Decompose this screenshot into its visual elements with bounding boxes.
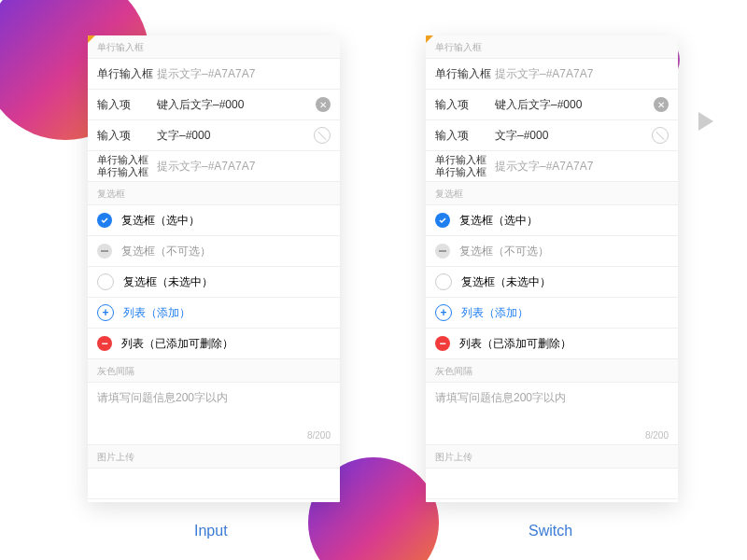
input-label: 单行输入框 xyxy=(97,67,157,80)
checkbox-disabled-icon xyxy=(97,244,112,259)
textarea-placeholder: 请填写问题信息200字以内 xyxy=(435,390,669,406)
checkbox-checked-icon xyxy=(97,213,112,228)
input-label: 单行输入框 xyxy=(435,67,495,80)
input-row-single[interactable]: 单行输入框 提示文字–#A7A7A7 xyxy=(426,59,678,90)
minus-icon: − xyxy=(97,336,112,351)
list-row-add[interactable]: + 列表（添加） xyxy=(426,298,678,329)
input-row-typed[interactable]: 输入项 键入后文字–#000 ✕ xyxy=(88,90,340,120)
input-placeholder: 提示文字–#A7A7A7 xyxy=(157,66,331,82)
checkbox-row-unchecked[interactable]: 复选框（未选中） xyxy=(88,267,340,298)
checkbox-label: 复选框（未选中） xyxy=(461,274,551,290)
section-title-upload: 图片上传 xyxy=(88,445,340,469)
list-label: 列表（添加） xyxy=(123,305,190,321)
panel-caption-input: Input xyxy=(194,523,228,539)
plus-icon: + xyxy=(435,304,452,321)
input-label: 输入项 xyxy=(97,129,157,142)
checkbox-label: 复选框（不可选） xyxy=(121,244,211,259)
section-title-checkbox: 复选框 xyxy=(88,182,340,205)
checkbox-label: 复选框（选中） xyxy=(459,213,538,229)
input-value: 文字–#000 xyxy=(495,128,652,144)
panel-caption-switch: Switch xyxy=(529,523,572,539)
checkbox-row-unchecked[interactable]: 复选框（未选中） xyxy=(426,267,678,298)
list-row-removable[interactable]: − 列表（已添加可删除） xyxy=(426,329,678,359)
textarea-placeholder: 请填写问题信息200字以内 xyxy=(97,390,331,406)
section-title-gap: 灰色间隔 xyxy=(426,359,678,383)
play-icon xyxy=(698,112,713,131)
input-label: 单行输入框 单行输入框 xyxy=(97,154,157,178)
minus-icon: − xyxy=(435,336,450,351)
plus-icon: + xyxy=(97,304,114,321)
clear-icon[interactable]: ✕ xyxy=(316,97,331,112)
list-label: 列表（已添加可删除） xyxy=(121,336,233,352)
input-label: 输入项 xyxy=(97,98,157,111)
input-row-multiline-label[interactable]: 单行输入框 单行输入框 提示文字–#A7A7A7 xyxy=(88,151,340,182)
input-label: 输入项 xyxy=(435,98,495,111)
block-icon xyxy=(652,127,669,144)
textarea-field[interactable]: 请填写问题信息200字以内 8/200 xyxy=(88,383,340,445)
checkbox-label: 复选框（选中） xyxy=(121,213,200,229)
clear-icon[interactable]: ✕ xyxy=(654,97,669,112)
section-title-input: 单行输入框 xyxy=(426,35,678,59)
textarea-field[interactable]: 请填写问题信息200字以内 8/200 xyxy=(426,383,678,445)
input-value: 键入后文字–#000 xyxy=(495,97,654,113)
checkbox-unchecked-icon xyxy=(435,273,452,290)
input-value: 键入后文字–#000 xyxy=(157,97,316,113)
block-icon xyxy=(314,127,331,144)
list-label: 列表（添加） xyxy=(461,305,529,321)
input-label: 输入项 xyxy=(435,129,495,142)
section-title-checkbox: 复选框 xyxy=(426,182,678,205)
textarea-counter: 8/200 xyxy=(307,430,331,441)
checkbox-label: 复选框（未选中） xyxy=(123,274,213,290)
textarea-counter: 8/200 xyxy=(645,430,669,441)
checkbox-row-checked[interactable]: 复选框（选中） xyxy=(88,205,340,236)
panel-input: 单行输入框 单行输入框 提示文字–#A7A7A7 输入项 键入后文字–#000 … xyxy=(88,35,340,502)
checkbox-checked-icon xyxy=(435,213,450,228)
input-row-readonly[interactable]: 输入项 文字–#000 xyxy=(88,120,340,151)
section-title-input: 单行输入框 xyxy=(88,35,340,59)
checkbox-row-disabled: 复选框（不可选） xyxy=(426,236,678,267)
input-value: 文字–#000 xyxy=(157,128,314,144)
input-row-readonly[interactable]: 输入项 文字–#000 xyxy=(426,120,678,151)
input-placeholder: 提示文字–#A7A7A7 xyxy=(495,159,669,175)
upload-row[interactable] xyxy=(88,469,340,499)
list-row-add[interactable]: + 列表（添加） xyxy=(88,298,340,329)
list-row-removable[interactable]: − 列表（已添加可删除） xyxy=(88,329,340,359)
checkbox-unchecked-icon xyxy=(97,273,114,290)
checkbox-row-checked[interactable]: 复选框（选中） xyxy=(426,205,678,236)
input-row-single[interactable]: 单行输入框 提示文字–#A7A7A7 xyxy=(88,59,340,90)
input-label: 单行输入框 单行输入框 xyxy=(435,154,495,178)
checkbox-label: 复选框（不可选） xyxy=(459,244,549,259)
input-placeholder: 提示文字–#A7A7A7 xyxy=(157,159,331,175)
input-row-typed[interactable]: 输入项 键入后文字–#000 ✕ xyxy=(426,90,678,120)
list-label: 列表（已添加可删除） xyxy=(459,336,571,352)
input-placeholder: 提示文字–#A7A7A7 xyxy=(495,66,669,82)
section-title-gap: 灰色间隔 xyxy=(88,359,340,383)
checkbox-disabled-icon xyxy=(435,244,450,259)
checkbox-row-disabled: 复选框（不可选） xyxy=(88,236,340,267)
input-row-multiline-label[interactable]: 单行输入框 单行输入框 提示文字–#A7A7A7 xyxy=(426,151,678,182)
section-title-upload: 图片上传 xyxy=(426,445,678,469)
panel-switch: 单行输入框 单行输入框 提示文字–#A7A7A7 输入项 键入后文字–#000 … xyxy=(426,35,678,502)
upload-row[interactable] xyxy=(426,469,678,499)
